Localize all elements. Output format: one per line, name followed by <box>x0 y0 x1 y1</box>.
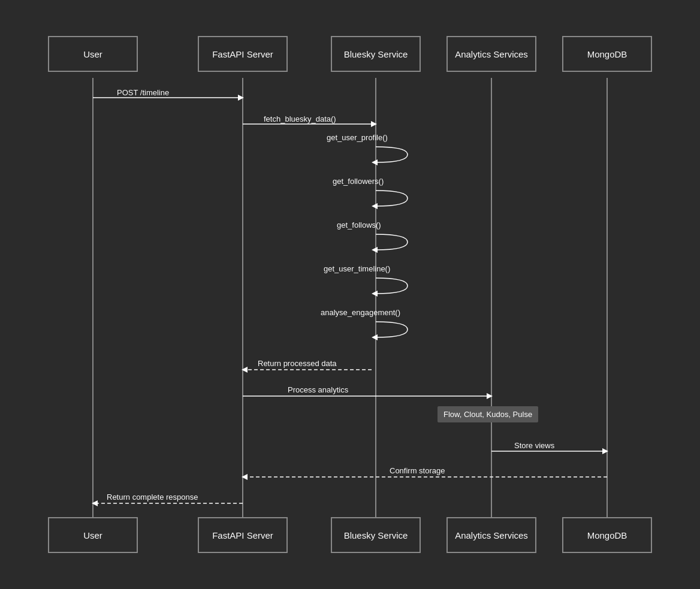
diagram-container: User FastAPI Server Bluesky Service Anal… <box>0 0 700 589</box>
actor-user-bottom: User <box>48 517 138 553</box>
actor-mongodb-bottom: MongoDB <box>562 517 652 553</box>
label-get-followers: get_followers() <box>333 177 384 186</box>
label-get-user-timeline: get_user_timeline() <box>324 264 390 273</box>
svg-marker-10 <box>372 203 378 209</box>
svg-marker-11 <box>372 247 378 253</box>
label-process-analytics: Process analytics <box>288 385 348 394</box>
actor-mongodb-top: MongoDB <box>562 36 652 72</box>
svg-marker-12 <box>372 291 378 297</box>
arrows-svg <box>0 0 700 589</box>
actor-bluesky-top: Bluesky Service <box>331 36 421 72</box>
label-store-views: Store views <box>514 441 554 450</box>
svg-marker-13 <box>372 334 378 340</box>
analytics-tooltip: Flow, Clout, Kudos, Pulse <box>437 406 538 422</box>
label-fetch-bluesky: fetch_bluesky_data() <box>264 114 336 123</box>
label-return-complete: Return complete response <box>107 493 198 502</box>
label-return-processed: Return processed data <box>258 359 337 368</box>
label-analyse-engagement: analyse_engagement() <box>321 308 400 317</box>
actor-fastapi-top: FastAPI Server <box>198 36 288 72</box>
actor-analytics-top: Analytics Services <box>446 36 536 72</box>
svg-marker-9 <box>372 159 378 165</box>
label-get-follows: get_follows() <box>337 221 381 229</box>
svg-marker-21 <box>242 474 248 480</box>
label-get-user-profile: get_user_profile() <box>327 133 388 142</box>
label-confirm-storage: Confirm storage <box>390 466 445 475</box>
svg-marker-17 <box>487 393 493 399</box>
actor-user-top: User <box>48 36 138 72</box>
actor-bluesky-bottom: Bluesky Service <box>331 517 421 553</box>
actor-fastapi-bottom: FastAPI Server <box>198 517 288 553</box>
actor-analytics-bottom: Analytics Services <box>446 517 536 553</box>
label-post-timeline: POST /timeline <box>117 88 169 97</box>
svg-marker-6 <box>238 95 244 101</box>
svg-marker-15 <box>242 367 248 373</box>
svg-marker-19 <box>602 448 608 454</box>
svg-marker-8 <box>371 121 377 127</box>
svg-marker-23 <box>92 500 98 506</box>
